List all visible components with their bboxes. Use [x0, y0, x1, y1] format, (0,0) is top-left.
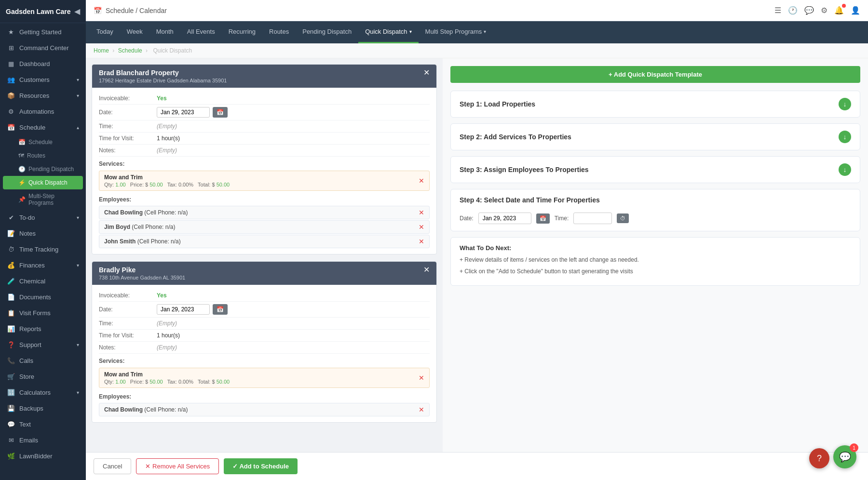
sidebar-sub-item-multi-step[interactable]: 📌 Multi-Step Programs — [0, 189, 86, 210]
calendar-icon-step4[interactable]: 📅 — [536, 213, 550, 224]
time-input-step4[interactable] — [573, 213, 612, 224]
tab-week[interactable]: Week — [120, 21, 149, 43]
sidebar-item-finances[interactable]: 💰 Finances ▾ — [0, 257, 86, 273]
clock-icon-step4[interactable]: ⏱ — [617, 213, 629, 223]
sidebar-item-calculators[interactable]: 🔢 Calculators ▾ — [0, 385, 86, 400]
notifications-icon[interactable]: 🔔 — [834, 6, 844, 15]
step-4-title: Step 4: Select Date and Time For Propert… — [460, 196, 600, 204]
sidebar-item-dashboard[interactable]: ▦ Dashboard — [0, 56, 86, 72]
sidebar-collapse-button[interactable]: ◀ — [74, 7, 80, 16]
sidebar-item-support[interactable]: ❓ Support ▾ — [0, 337, 86, 353]
sidebar-item-todo[interactable]: ✔ To-do ▾ — [0, 210, 86, 226]
sidebar-item-store[interactable]: 🛒 Store — [0, 369, 86, 385]
sidebar-item-reports[interactable]: 📊 Reports — [0, 321, 86, 337]
sidebar-item-visit-forms[interactable]: 📋 Visit Forms — [0, 305, 86, 321]
step-4-date-time-row: Date: 📅 Time: ⏱ — [460, 213, 629, 224]
app-title: Gadsden Lawn Care — [6, 8, 71, 15]
sidebar-item-label: LawnBidder — [19, 453, 53, 460]
add-template-button[interactable]: + Add Quick Dispatch Template — [450, 66, 860, 83]
date-input-2: Jan 29, 2023 📅 — [157, 304, 228, 315]
sidebar-item-notes[interactable]: 📝 Notes — [0, 226, 86, 241]
what-next-section: What To Do Next: + Review details of ite… — [450, 237, 860, 286]
sidebar-sub-item-pending-dispatch[interactable]: 🕐 Pending Dispatch — [0, 162, 86, 176]
help-fab-button[interactable]: ? — [809, 448, 829, 468]
tab-today[interactable]: Today — [90, 21, 120, 43]
sidebar-item-schedule[interactable]: 📅 Schedule ▴ — [0, 120, 86, 135]
sidebar-item-getting-started[interactable]: ★ Getting Started — [0, 24, 86, 40]
message-icon[interactable]: 💬 — [804, 6, 814, 15]
employee-name-1-2: John Smith (Cell Phone: n/a) — [104, 238, 181, 245]
remove-all-services-button[interactable]: ✕ Remove All Services — [136, 458, 219, 474]
tab-all-events[interactable]: All Events — [180, 21, 222, 43]
calendar-icon-2[interactable]: 📅 — [213, 304, 228, 315]
sidebar-item-label: Calculators — [19, 389, 51, 396]
sidebar-sub-item-routes[interactable]: 🗺 Routes — [0, 149, 86, 162]
tab-quick-dispatch[interactable]: Quick Dispatch — [358, 21, 418, 43]
property-body-1: Invoiceable: Yes Date: Jan 29, 2023 📅 Ti… — [92, 88, 436, 254]
chat-fab-button[interactable]: 💬 1 — [833, 445, 856, 468]
calendar-icon-1[interactable]: 📅 — [213, 107, 228, 118]
finances-icon: 💰 — [7, 262, 15, 269]
step-2: Step 2: Add Services To Properties ↓ — [450, 123, 860, 150]
step-3-check-icon: ↓ — [839, 163, 851, 176]
step-4-content: Date: 📅 Time: ⏱ — [460, 204, 629, 224]
date-field-1[interactable]: Jan 29, 2023 — [157, 107, 210, 118]
sidebar-item-emails[interactable]: ✉ Emails — [0, 432, 86, 448]
sidebar-item-backups[interactable]: 💾 Backups — [0, 400, 86, 416]
sidebar-item-resources[interactable]: 📦 Resources ▾ — [0, 88, 86, 104]
sidebar-item-time-tracking[interactable]: ⏱ Time Tracking — [0, 241, 86, 257]
close-property-2-button[interactable]: ✕ — [423, 266, 430, 274]
property-name-1: Brad Blanchard Property — [99, 69, 227, 77]
date-label-2: Date: — [99, 306, 157, 313]
sidebar-item-calls[interactable]: 📞 Calls — [0, 353, 86, 369]
sidebar-item-automations[interactable]: ⚙ Automations — [0, 104, 86, 120]
employee-name-1-1: Jim Boyd (Cell Phone: n/a) — [104, 224, 175, 230]
notes-value-1: (Empty) — [157, 147, 177, 154]
settings-icon[interactable]: ⚙ — [821, 6, 827, 15]
date-field-2[interactable]: Jan 29, 2023 — [157, 304, 210, 315]
remove-employee-1-1-button[interactable]: ✕ — [419, 223, 424, 231]
remove-service-2-0-button[interactable]: ✕ — [419, 374, 424, 382]
add-to-schedule-button[interactable]: ✓ Add to Schedule — [224, 458, 298, 474]
tab-recurring[interactable]: Recurring — [222, 21, 262, 43]
customers-icon: 👥 — [7, 76, 15, 83]
breadcrumb: Home › Schedule › Quick Dispatch — [86, 43, 868, 58]
sidebar-item-label: Dashboard — [19, 60, 50, 67]
sidebar-item-chemical[interactable]: 🧪 Chemical — [0, 273, 86, 289]
cancel-button[interactable]: Cancel — [94, 458, 131, 474]
time-visit-value-1: 1 hour(s) — [157, 135, 180, 142]
chemical-icon: 🧪 — [7, 278, 15, 285]
close-property-1-button[interactable]: ✕ — [423, 69, 430, 77]
tab-routes[interactable]: Routes — [262, 21, 296, 43]
sidebar-item-lawnbidder[interactable]: 🌿 LawnBidder — [0, 448, 86, 464]
breadcrumb-schedule[interactable]: Schedule — [118, 47, 142, 54]
clock-icon[interactable]: 🕐 — [788, 6, 798, 15]
remove-employee-1-2-button[interactable]: ✕ — [419, 238, 424, 245]
invoiceable-label-2: Invoiceable: — [99, 292, 157, 299]
notification-badge — [842, 4, 846, 8]
sidebar-sub-item-schedule[interactable]: 📅 Schedule — [0, 135, 86, 149]
time-visit-row-1: Time for Visit: 1 hour(s) — [99, 133, 430, 145]
date-input-step4[interactable] — [478, 213, 531, 224]
remove-service-1-0-button[interactable]: ✕ — [419, 177, 424, 185]
tab-pending-dispatch[interactable]: Pending Dispatch — [296, 21, 358, 43]
service-tax: 0.00 — [178, 182, 189, 187]
sidebar-sub-item-quick-dispatch[interactable]: ⚡ Quick Dispatch — [3, 176, 83, 189]
calculators-icon: 🔢 — [7, 389, 15, 396]
breadcrumb-home[interactable]: Home — [94, 47, 109, 54]
sidebar-item-documents[interactable]: 📄 Documents — [0, 289, 86, 305]
tab-multi-step[interactable]: Multi Step Programs — [419, 21, 493, 43]
list-icon[interactable]: ☰ — [774, 6, 781, 15]
sidebar-item-customers[interactable]: 👥 Customers ▾ — [0, 72, 86, 88]
sidebar-item-text[interactable]: 💬 Text — [0, 416, 86, 432]
user-avatar[interactable]: 👤 — [851, 6, 860, 15]
emails-icon: ✉ — [7, 437, 15, 444]
calls-icon: 📞 — [7, 357, 15, 364]
dashboard-icon: ▦ — [7, 60, 15, 67]
remove-employee-1-0-button[interactable]: ✕ — [419, 209, 424, 216]
dispatch-panel: Brad Blanchard Property 17962 Heritage E… — [86, 58, 443, 452]
sidebar-item-command-center[interactable]: ⊞ Command Center — [0, 40, 86, 56]
time-label-step4: Time: — [555, 215, 569, 222]
remove-employee-2-0-button[interactable]: ✕ — [419, 406, 424, 413]
tab-month[interactable]: Month — [149, 21, 180, 43]
